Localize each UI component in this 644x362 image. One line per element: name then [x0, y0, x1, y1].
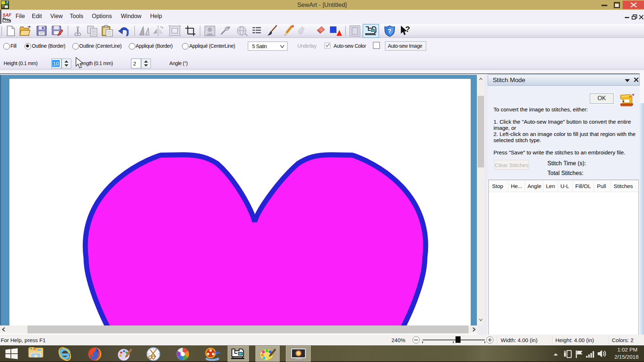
svg-text:w: w	[227, 25, 230, 29]
svg-text:?: ?	[405, 25, 410, 34]
svg-text:?: ?	[387, 28, 391, 35]
svg-text:SAF: SAF	[3, 13, 12, 18]
